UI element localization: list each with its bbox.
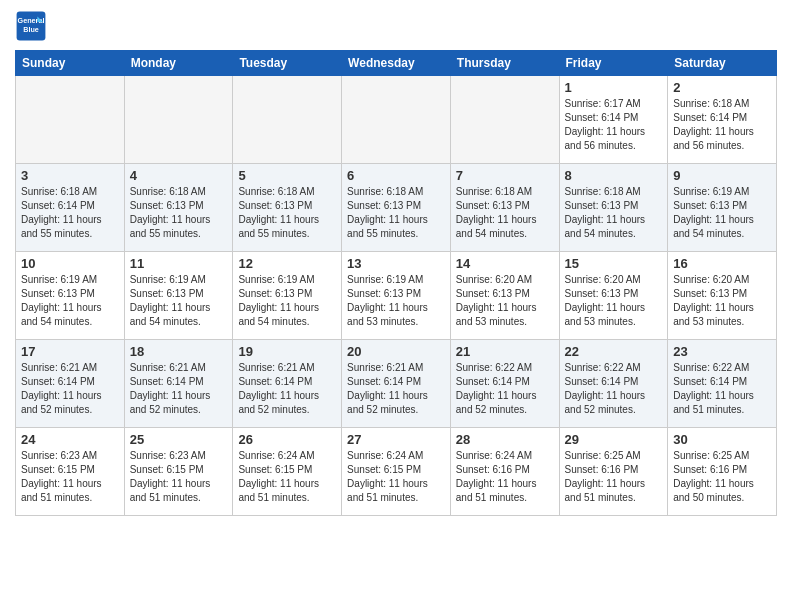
calendar-cell: 13Sunrise: 6:19 AM Sunset: 6:13 PM Dayli… (342, 252, 451, 340)
day-number: 12 (238, 256, 336, 271)
calendar-cell: 24Sunrise: 6:23 AM Sunset: 6:15 PM Dayli… (16, 428, 125, 516)
weekday-header-row: SundayMondayTuesdayWednesdayThursdayFrid… (16, 51, 777, 76)
calendar-cell: 20Sunrise: 6:21 AM Sunset: 6:14 PM Dayli… (342, 340, 451, 428)
svg-text:Blue: Blue (23, 25, 39, 34)
weekday-header-cell: Sunday (16, 51, 125, 76)
calendar-cell: 11Sunrise: 6:19 AM Sunset: 6:13 PM Dayli… (124, 252, 233, 340)
day-number: 18 (130, 344, 228, 359)
weekday-header-cell: Thursday (450, 51, 559, 76)
calendar-cell: 7Sunrise: 6:18 AM Sunset: 6:13 PM Daylig… (450, 164, 559, 252)
calendar-cell: 14Sunrise: 6:20 AM Sunset: 6:13 PM Dayli… (450, 252, 559, 340)
calendar-page: General Blue SundayMondayTuesdayWednesda… (0, 0, 792, 612)
calendar-cell (124, 76, 233, 164)
day-number: 15 (565, 256, 663, 271)
day-info: Sunrise: 6:22 AM Sunset: 6:14 PM Dayligh… (673, 361, 771, 417)
day-number: 23 (673, 344, 771, 359)
day-info: Sunrise: 6:20 AM Sunset: 6:13 PM Dayligh… (673, 273, 771, 329)
day-info: Sunrise: 6:18 AM Sunset: 6:14 PM Dayligh… (673, 97, 771, 153)
day-info: Sunrise: 6:25 AM Sunset: 6:16 PM Dayligh… (673, 449, 771, 505)
day-number: 22 (565, 344, 663, 359)
calendar-week-row: 1Sunrise: 6:17 AM Sunset: 6:14 PM Daylig… (16, 76, 777, 164)
day-info: Sunrise: 6:24 AM Sunset: 6:15 PM Dayligh… (238, 449, 336, 505)
day-number: 10 (21, 256, 119, 271)
weekday-header-cell: Tuesday (233, 51, 342, 76)
day-info: Sunrise: 6:18 AM Sunset: 6:13 PM Dayligh… (347, 185, 445, 241)
weekday-header-cell: Friday (559, 51, 668, 76)
day-number: 5 (238, 168, 336, 183)
calendar-cell (16, 76, 125, 164)
day-number: 19 (238, 344, 336, 359)
calendar-cell: 19Sunrise: 6:21 AM Sunset: 6:14 PM Dayli… (233, 340, 342, 428)
calendar-cell: 30Sunrise: 6:25 AM Sunset: 6:16 PM Dayli… (668, 428, 777, 516)
day-number: 11 (130, 256, 228, 271)
calendar-cell: 6Sunrise: 6:18 AM Sunset: 6:13 PM Daylig… (342, 164, 451, 252)
day-info: Sunrise: 6:22 AM Sunset: 6:14 PM Dayligh… (565, 361, 663, 417)
calendar-cell: 4Sunrise: 6:18 AM Sunset: 6:13 PM Daylig… (124, 164, 233, 252)
calendar-cell: 23Sunrise: 6:22 AM Sunset: 6:14 PM Dayli… (668, 340, 777, 428)
calendar-cell: 21Sunrise: 6:22 AM Sunset: 6:14 PM Dayli… (450, 340, 559, 428)
day-number: 20 (347, 344, 445, 359)
calendar-cell: 2Sunrise: 6:18 AM Sunset: 6:14 PM Daylig… (668, 76, 777, 164)
day-info: Sunrise: 6:24 AM Sunset: 6:16 PM Dayligh… (456, 449, 554, 505)
calendar-week-row: 3Sunrise: 6:18 AM Sunset: 6:14 PM Daylig… (16, 164, 777, 252)
calendar-cell: 9Sunrise: 6:19 AM Sunset: 6:13 PM Daylig… (668, 164, 777, 252)
day-info: Sunrise: 6:17 AM Sunset: 6:14 PM Dayligh… (565, 97, 663, 153)
day-info: Sunrise: 6:18 AM Sunset: 6:13 PM Dayligh… (565, 185, 663, 241)
calendar-table: SundayMondayTuesdayWednesdayThursdayFrid… (15, 50, 777, 516)
day-number: 24 (21, 432, 119, 447)
day-number: 26 (238, 432, 336, 447)
calendar-cell (233, 76, 342, 164)
day-info: Sunrise: 6:19 AM Sunset: 6:13 PM Dayligh… (238, 273, 336, 329)
day-number: 9 (673, 168, 771, 183)
calendar-cell: 3Sunrise: 6:18 AM Sunset: 6:14 PM Daylig… (16, 164, 125, 252)
day-info: Sunrise: 6:21 AM Sunset: 6:14 PM Dayligh… (347, 361, 445, 417)
day-number: 6 (347, 168, 445, 183)
day-info: Sunrise: 6:19 AM Sunset: 6:13 PM Dayligh… (347, 273, 445, 329)
calendar-cell: 25Sunrise: 6:23 AM Sunset: 6:15 PM Dayli… (124, 428, 233, 516)
day-info: Sunrise: 6:19 AM Sunset: 6:13 PM Dayligh… (130, 273, 228, 329)
day-number: 30 (673, 432, 771, 447)
day-number: 4 (130, 168, 228, 183)
day-info: Sunrise: 6:23 AM Sunset: 6:15 PM Dayligh… (130, 449, 228, 505)
day-info: Sunrise: 6:18 AM Sunset: 6:13 PM Dayligh… (456, 185, 554, 241)
day-info: Sunrise: 6:20 AM Sunset: 6:13 PM Dayligh… (456, 273, 554, 329)
day-info: Sunrise: 6:21 AM Sunset: 6:14 PM Dayligh… (130, 361, 228, 417)
day-number: 27 (347, 432, 445, 447)
calendar-cell (342, 76, 451, 164)
calendar-cell: 29Sunrise: 6:25 AM Sunset: 6:16 PM Dayli… (559, 428, 668, 516)
calendar-cell: 17Sunrise: 6:21 AM Sunset: 6:14 PM Dayli… (16, 340, 125, 428)
calendar-cell: 26Sunrise: 6:24 AM Sunset: 6:15 PM Dayli… (233, 428, 342, 516)
calendar-cell: 15Sunrise: 6:20 AM Sunset: 6:13 PM Dayli… (559, 252, 668, 340)
calendar-cell: 16Sunrise: 6:20 AM Sunset: 6:13 PM Dayli… (668, 252, 777, 340)
calendar-cell (450, 76, 559, 164)
logo-icon: General Blue (15, 10, 47, 42)
calendar-cell: 1Sunrise: 6:17 AM Sunset: 6:14 PM Daylig… (559, 76, 668, 164)
calendar-cell: 12Sunrise: 6:19 AM Sunset: 6:13 PM Dayli… (233, 252, 342, 340)
day-info: Sunrise: 6:20 AM Sunset: 6:13 PM Dayligh… (565, 273, 663, 329)
day-info: Sunrise: 6:21 AM Sunset: 6:14 PM Dayligh… (21, 361, 119, 417)
day-number: 21 (456, 344, 554, 359)
weekday-header-cell: Wednesday (342, 51, 451, 76)
day-number: 2 (673, 80, 771, 95)
day-number: 7 (456, 168, 554, 183)
day-info: Sunrise: 6:19 AM Sunset: 6:13 PM Dayligh… (673, 185, 771, 241)
day-info: Sunrise: 6:18 AM Sunset: 6:13 PM Dayligh… (130, 185, 228, 241)
day-info: Sunrise: 6:19 AM Sunset: 6:13 PM Dayligh… (21, 273, 119, 329)
calendar-cell: 18Sunrise: 6:21 AM Sunset: 6:14 PM Dayli… (124, 340, 233, 428)
calendar-cell: 22Sunrise: 6:22 AM Sunset: 6:14 PM Dayli… (559, 340, 668, 428)
calendar-week-row: 24Sunrise: 6:23 AM Sunset: 6:15 PM Dayli… (16, 428, 777, 516)
header: General Blue (15, 10, 777, 42)
weekday-header-cell: Monday (124, 51, 233, 76)
calendar-week-row: 17Sunrise: 6:21 AM Sunset: 6:14 PM Dayli… (16, 340, 777, 428)
day-number: 13 (347, 256, 445, 271)
calendar-cell: 10Sunrise: 6:19 AM Sunset: 6:13 PM Dayli… (16, 252, 125, 340)
day-number: 8 (565, 168, 663, 183)
day-number: 25 (130, 432, 228, 447)
day-info: Sunrise: 6:18 AM Sunset: 6:14 PM Dayligh… (21, 185, 119, 241)
calendar-week-row: 10Sunrise: 6:19 AM Sunset: 6:13 PM Dayli… (16, 252, 777, 340)
calendar-cell: 5Sunrise: 6:18 AM Sunset: 6:13 PM Daylig… (233, 164, 342, 252)
day-number: 28 (456, 432, 554, 447)
day-number: 14 (456, 256, 554, 271)
calendar-cell: 27Sunrise: 6:24 AM Sunset: 6:15 PM Dayli… (342, 428, 451, 516)
day-info: Sunrise: 6:24 AM Sunset: 6:15 PM Dayligh… (347, 449, 445, 505)
